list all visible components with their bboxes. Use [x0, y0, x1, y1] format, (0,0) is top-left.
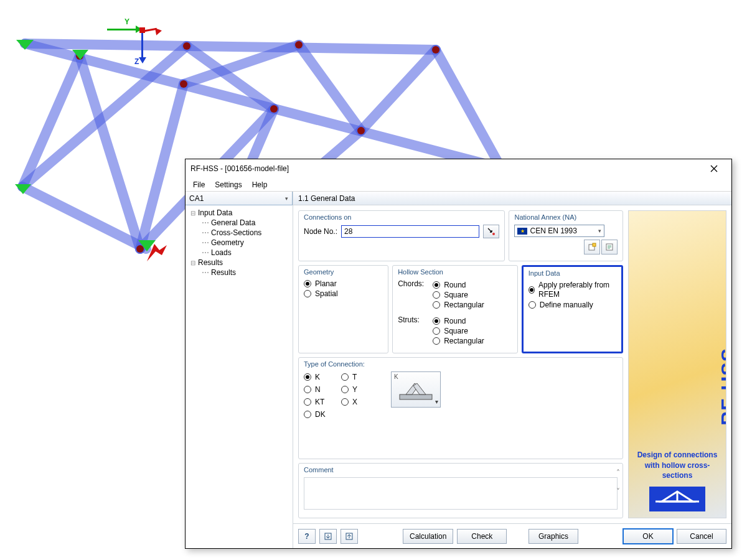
menu-settings[interactable]: Settings — [211, 179, 245, 190]
struts-label: Struts: — [398, 315, 426, 347]
node-no-label: Node No.: — [304, 227, 337, 236]
help-button[interactable]: ? — [298, 529, 316, 544]
group-national-annex: National Annex (NA) ★ CEN EN 1993 ▾ — [509, 210, 623, 261]
preview-label: K — [394, 373, 398, 380]
group-hollow-section: Hollow Section Chords: Round Square Rect… — [392, 265, 518, 353]
radio-conn-T[interactable]: T — [341, 373, 378, 381]
tree-input-data[interactable]: Input Data — [187, 208, 291, 218]
menubar: File Settings Help — [186, 178, 731, 192]
legend-geometry: Geometry — [304, 268, 383, 276]
group-type-of-connection: Type of Connection: K T N Y KT X DK — [298, 357, 623, 459]
import-button[interactable] — [341, 529, 358, 544]
radio-planar[interactable]: Planar — [304, 279, 383, 288]
legend-conn-type: Type of Connection: — [304, 360, 618, 368]
group-comment: Comment ˄˅ — [298, 463, 623, 518]
svg-line-10 — [80, 56, 140, 249]
annex-value: CEN EN 1993 — [530, 226, 576, 235]
close-button[interactable] — [702, 161, 726, 176]
svg-rect-34 — [400, 394, 432, 399]
tree-loads[interactable]: Loads — [187, 248, 291, 258]
svg-point-19 — [270, 105, 278, 113]
check-button[interactable]: Check — [457, 529, 507, 544]
chevron-down-icon: ▾ — [598, 228, 601, 234]
brand-name: RF-HSS — [717, 348, 726, 426]
eu-flag-icon: ★ — [517, 228, 527, 235]
section-header: 1.1 General Data — [293, 192, 731, 205]
menu-file[interactable]: File — [189, 179, 209, 190]
annex-edit-button[interactable] — [601, 240, 618, 254]
radio-chords-square[interactable]: Square — [433, 291, 484, 299]
radio-struts-rect[interactable]: Rectangular — [433, 337, 484, 345]
calculation-button[interactable]: Calculation — [403, 529, 453, 544]
tree-results[interactable]: Results — [187, 258, 291, 268]
radio-conn-K[interactable]: K — [304, 373, 341, 381]
svg-line-8 — [22, 56, 80, 187]
node-no-input[interactable] — [341, 225, 479, 238]
menu-help[interactable]: Help — [248, 179, 271, 190]
chevron-down-icon: ▾ — [435, 398, 438, 405]
pick-node-button[interactable] — [483, 225, 499, 238]
comment-textarea[interactable] — [304, 477, 618, 510]
svg-marker-28 — [72, 50, 88, 60]
chords-label: Chords: — [398, 279, 426, 310]
radio-struts-square[interactable]: Square — [433, 327, 484, 335]
case-combo-value: CA1 — [189, 194, 204, 203]
legend-hollow: Hollow Section — [398, 268, 512, 276]
svg-marker-25 — [16, 40, 34, 50]
legend-annex: National Annex (NA) — [514, 213, 618, 221]
radio-chords-round[interactable]: Round — [433, 281, 484, 289]
svg-marker-26 — [15, 184, 31, 194]
svg-point-30 — [492, 233, 495, 235]
radio-conn-KT[interactable]: KT — [304, 398, 341, 406]
connection-preview[interactable]: K ▾ — [391, 371, 441, 408]
radio-conn-N[interactable]: N — [304, 385, 341, 394]
svg-line-1 — [25, 44, 436, 50]
radio-conn-X[interactable]: X — [341, 398, 378, 406]
svg-marker-27 — [138, 240, 156, 251]
tree-geometry[interactable]: Geometry — [187, 238, 291, 248]
svg-point-23 — [136, 245, 144, 253]
titlebar: RF-HSS - [001656-model-file] — [186, 159, 731, 178]
annex-new-button[interactable] — [584, 240, 600, 254]
nav-tree: Input Data General Data Cross-Sections G… — [186, 205, 293, 548]
national-annex-select[interactable]: ★ CEN EN 1993 ▾ — [514, 225, 604, 237]
svg-point-15 — [76, 52, 83, 60]
group-input-data: Input Data Apply preferably from RFEM De… — [522, 265, 623, 353]
legend-input-data: Input Data — [529, 269, 616, 277]
brand-panel: RF-HSS Design of connectionswith hollow … — [628, 210, 726, 518]
radio-apply-rfem[interactable]: Apply preferably from RFEM — [529, 281, 616, 299]
tree-results-leaf[interactable]: Results — [187, 268, 291, 278]
group-connections-on: Connections on Node No.: — [298, 210, 505, 261]
svg-line-11 — [187, 46, 274, 109]
svg-point-16 — [183, 42, 190, 50]
export-button[interactable] — [319, 529, 337, 544]
comment-scrollbar[interactable]: ˄˅ — [616, 469, 620, 496]
radio-struts-round[interactable]: Round — [433, 317, 484, 325]
cancel-button[interactable]: Cancel — [677, 529, 726, 544]
pointer-arrow-icon — [147, 244, 167, 261]
group-geometry: Geometry Planar Spatial — [298, 265, 388, 353]
svg-marker-29 — [147, 244, 167, 261]
svg-line-2 — [22, 187, 146, 249]
svg-marker-36 — [413, 383, 426, 394]
radio-conn-Y[interactable]: Y — [341, 385, 378, 394]
svg-line-0 — [25, 44, 501, 168]
radio-chords-rect[interactable]: Rectangular — [433, 301, 484, 309]
window-title: RF-HSS - [001656-model-file] — [190, 164, 289, 173]
chevron-down-icon: ▾ — [285, 195, 288, 202]
svg-point-20 — [357, 127, 365, 134]
case-combo[interactable]: CA1 ▾ — [186, 192, 293, 205]
legend-comment: Comment — [304, 466, 618, 474]
tree-cross-sections[interactable]: Cross-Sections — [187, 228, 291, 238]
radio-conn-DK[interactable]: DK — [304, 410, 341, 419]
tree-general-data[interactable]: General Data — [187, 218, 291, 228]
radio-define-manually[interactable]: Define manually — [529, 301, 616, 309]
brand-tagline: Design of connectionswith hollow cross-s… — [635, 450, 720, 480]
ok-button[interactable]: OK — [623, 529, 673, 544]
svg-line-13 — [184, 45, 299, 84]
legend-connections-on: Connections on — [304, 213, 499, 221]
graphics-button[interactable]: Graphics — [529, 529, 578, 544]
svg-point-21 — [432, 46, 439, 54]
svg-rect-32 — [593, 243, 596, 246]
radio-spatial[interactable]: Spatial — [304, 289, 383, 298]
